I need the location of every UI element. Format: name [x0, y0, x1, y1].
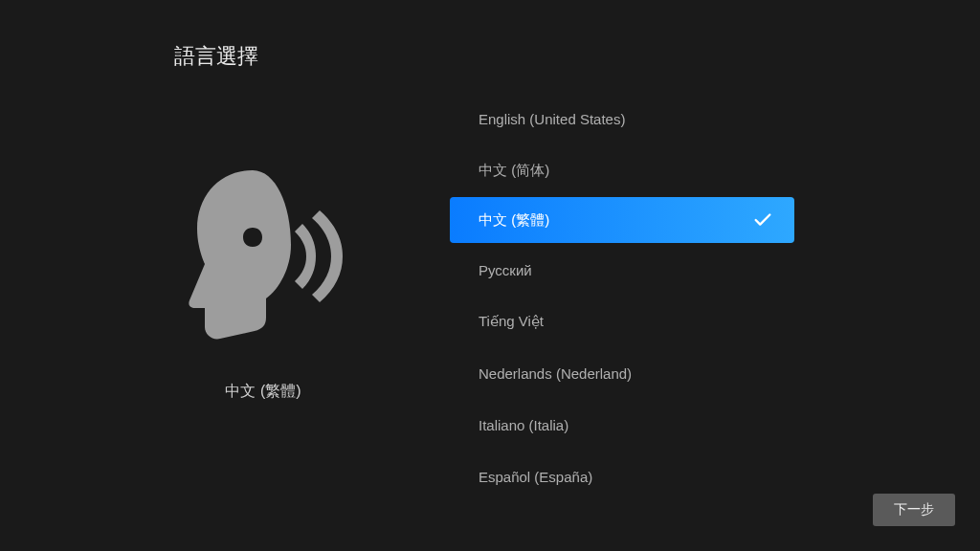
language-illustration: 中文 (繁體) — [153, 153, 373, 402]
language-option-zh-cn[interactable]: 中文 (简体) — [450, 145, 794, 195]
language-option-label: 中文 (简体) — [479, 162, 549, 180]
next-button[interactable]: 下一步 — [873, 494, 955, 526]
speaking-head-icon — [153, 153, 373, 351]
language-option-en-us[interactable]: English (United States) — [450, 94, 794, 143]
language-option-vi[interactable]: Tiếng Việt — [450, 297, 794, 346]
language-option-it[interactable]: Italiano (Italia) — [450, 400, 794, 450]
page-title: 語言選擇 — [174, 42, 258, 71]
language-option-nl[interactable]: Nederlands (Nederland) — [450, 348, 794, 398]
language-option-label: Tiếng Việt — [479, 313, 544, 330]
language-option-label: Italiano (Italia) — [479, 417, 568, 433]
language-option-label: Nederlands (Nederland) — [479, 365, 632, 382]
language-option-label: Español (España) — [479, 469, 592, 485]
language-option-es[interactable]: Español (España) — [450, 452, 794, 501]
language-option-ru[interactable]: Русский — [450, 245, 794, 295]
language-option-zh-tw[interactable]: 中文 (繁體) — [450, 197, 794, 243]
check-icon — [752, 209, 773, 231]
language-option-label: 中文 (繁體) — [479, 211, 549, 230]
current-language-label: 中文 (繁體) — [225, 382, 301, 402]
language-option-label: Русский — [479, 262, 532, 278]
language-option-label: English (United States) — [479, 111, 625, 127]
language-list: English (United States) 中文 (简体) 中文 (繁體) … — [450, 94, 794, 503]
